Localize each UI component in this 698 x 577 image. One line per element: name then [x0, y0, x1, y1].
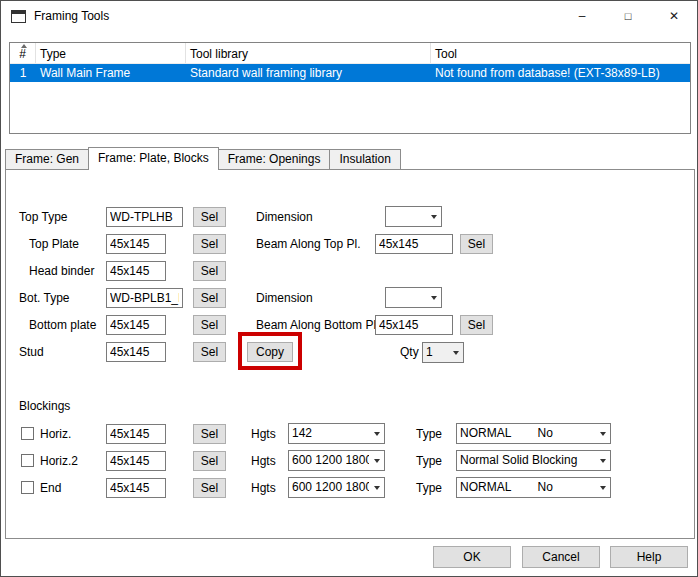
horiz-type-select[interactable]: NORMAL No — [456, 423, 611, 444]
head-binder-input[interactable] — [106, 261, 166, 281]
top-type-sel-button[interactable]: Sel — [193, 207, 226, 227]
dimension-bottom-label: Dimension — [256, 291, 313, 305]
stud-input[interactable] — [106, 342, 166, 362]
horiz2-type-select[interactable]: Normal Solid Blocking — [456, 450, 611, 471]
horiz2-checkbox[interactable] — [21, 454, 34, 467]
minimize-button[interactable]: – — [559, 1, 605, 31]
top-plate-label: Top Plate — [29, 237, 79, 251]
horiz2-type-label: Type — [416, 454, 442, 468]
tab-frame-plate-blocks[interactable]: Frame: Plate, Blocks — [88, 147, 219, 170]
window-controls: – □ ✕ — [559, 1, 697, 31]
horiz-input[interactable] — [106, 424, 166, 444]
beam-along-bottom-input[interactable] — [375, 315, 453, 335]
horiz2-input[interactable] — [106, 451, 166, 471]
top-plate-sel-button[interactable]: Sel — [193, 234, 226, 254]
column-header-type[interactable]: Type — [36, 43, 186, 63]
app-icon[interactable] — [11, 9, 26, 22]
chevron-down-icon — [369, 451, 384, 470]
tab-insulation[interactable]: Insulation — [329, 149, 400, 170]
beam-along-bottom-label: Beam Along Bottom Pl. — [256, 318, 379, 332]
row-type: Wall Main Frame — [36, 64, 186, 82]
end-type-value: NORMAL No — [457, 478, 595, 497]
horiz2-checkbox-label[interactable]: Horiz.2 — [40, 454, 78, 468]
bot-type-sel-button[interactable]: Sel — [193, 288, 226, 308]
chevron-down-icon — [595, 478, 610, 497]
column-header-tool[interactable]: Tool — [431, 43, 690, 63]
bot-type-input[interactable] — [106, 288, 183, 308]
sort-ascending-icon — [21, 44, 27, 48]
qty-select[interactable]: 1 — [422, 342, 464, 363]
top-plate-input[interactable] — [106, 234, 166, 254]
dimension-bottom-value — [386, 288, 426, 307]
top-type-input[interactable] — [106, 207, 183, 227]
end-sel-button[interactable]: Sel — [193, 478, 226, 498]
end-input[interactable] — [106, 478, 166, 498]
qty-value: 1 — [423, 343, 448, 362]
horiz-sel-button[interactable]: Sel — [193, 424, 226, 444]
ok-button[interactable]: OK — [433, 546, 511, 568]
chevron-down-icon — [369, 478, 384, 497]
tab-frame-gen[interactable]: Frame: Gen — [5, 149, 89, 170]
horiz-type-value: NORMAL No — [457, 424, 595, 443]
row-tool: Not found from database! (EXT-38x89-LB) — [431, 64, 690, 82]
beam-along-top-input[interactable] — [375, 234, 453, 254]
column-header-num-label: # — [19, 47, 26, 61]
help-button[interactable]: Help — [610, 546, 688, 568]
stud-sel-button[interactable]: Sel — [193, 342, 226, 362]
end-hgts-value: 600 1200 1800 — [289, 478, 369, 497]
horiz-checkbox[interactable] — [21, 427, 34, 440]
end-checkbox-label[interactable]: End — [40, 481, 61, 495]
horiz-checkbox-label[interactable]: Horiz. — [40, 427, 71, 441]
beam-along-top-sel-button[interactable]: Sel — [460, 234, 493, 254]
titlebar[interactable]: Framing Tools – □ ✕ — [1, 1, 697, 31]
bottom-plate-input[interactable] — [106, 315, 166, 335]
horiz-hgts-label: Hgts — [251, 427, 276, 441]
horiz2-type-value: Normal Solid Blocking — [457, 451, 595, 470]
end-hgts-select[interactable]: 600 1200 1800 — [288, 477, 385, 498]
maximize-button[interactable]: □ — [605, 1, 651, 31]
beam-along-bottom-sel-button[interactable]: Sel — [460, 315, 493, 335]
dimension-bottom-select[interactable] — [385, 287, 442, 308]
horiz-hgts-select[interactable]: 142 — [288, 423, 385, 444]
chevron-down-icon — [448, 343, 463, 362]
chevron-down-icon — [369, 424, 384, 443]
column-header-library[interactable]: Tool library — [186, 43, 431, 63]
chevron-down-icon — [595, 424, 610, 443]
tab-frame-openings[interactable]: Frame: Openings — [218, 149, 331, 170]
end-type-select[interactable]: NORMAL No — [456, 477, 611, 498]
chevron-down-icon — [426, 288, 441, 307]
tool-list-header: # Type Tool library Tool — [10, 43, 690, 64]
end-checkbox[interactable] — [21, 481, 34, 494]
tab-strip: Frame: Gen Frame: Plate, Blocks Frame: O… — [5, 147, 401, 170]
end-type-label: Type — [416, 481, 442, 495]
top-type-label: Top Type — [19, 210, 67, 224]
horiz2-sel-button[interactable]: Sel — [193, 451, 226, 471]
dimension-top-value — [386, 207, 426, 226]
head-binder-label: Head binder — [29, 264, 94, 278]
blockings-section-title: Blockings — [19, 399, 70, 413]
stud-label: Stud — [19, 345, 44, 359]
horiz2-hgts-label: Hgts — [251, 454, 276, 468]
bot-type-label: Bot. Type — [19, 291, 69, 305]
row-library: Standard wall framing library — [186, 64, 431, 82]
copy-button[interactable]: Copy — [247, 342, 293, 362]
dimension-top-label: Dimension — [256, 210, 313, 224]
framing-tools-dialog: Framing Tools – □ ✕ # Type Tool library … — [0, 0, 698, 577]
column-header-num[interactable]: # — [10, 43, 36, 63]
horiz-hgts-value: 142 — [289, 424, 369, 443]
table-row-selected[interactable]: 1 Wall Main Frame Standard wall framing … — [10, 64, 690, 82]
head-binder-sel-button[interactable]: Sel — [193, 261, 226, 281]
row-num: 1 — [10, 64, 36, 82]
horiz2-hgts-select[interactable]: 600 1200 1800 — [288, 450, 385, 471]
close-button[interactable]: ✕ — [651, 1, 697, 31]
horiz-type-label: Type — [416, 427, 442, 441]
cancel-button[interactable]: Cancel — [522, 546, 600, 568]
dimension-top-select[interactable] — [385, 206, 442, 227]
horiz2-hgts-value: 600 1200 1800 — [289, 451, 369, 470]
tool-list: # Type Tool library Tool 1 Wall Main Fra… — [9, 42, 691, 134]
end-hgts-label: Hgts — [251, 481, 276, 495]
bottom-plate-sel-button[interactable]: Sel — [193, 315, 226, 335]
window-title: Framing Tools — [34, 9, 109, 23]
beam-along-top-label: Beam Along Top Pl. — [256, 237, 361, 251]
chevron-down-icon — [426, 207, 441, 226]
